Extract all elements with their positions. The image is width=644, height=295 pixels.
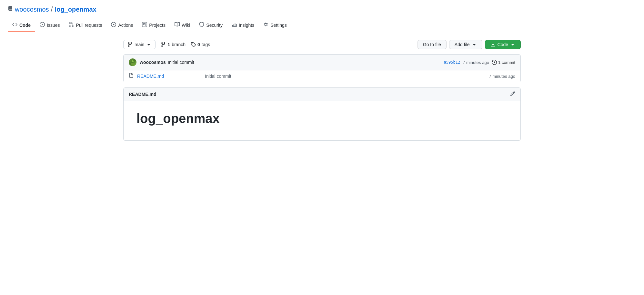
branch-icon [161,42,166,47]
branch-selector-icon [127,42,133,47]
tab-code[interactable]: Code [8,19,35,32]
commit-count-link[interactable]: 1 commit [492,60,515,65]
tab-projects-label: Projects [149,23,166,28]
settings-icon [263,22,268,28]
readme-header: README.md [124,88,520,101]
commit-hash[interactable]: a595b12 [444,60,460,65]
repo-separator: / [51,5,53,14]
tab-issues[interactable]: Issues [35,19,64,32]
tab-security[interactable]: Security [195,19,227,32]
repo-title: woocosmos / log_openmax [8,5,636,14]
commit-message: Initial commit [168,60,194,65]
code-chevron-icon [510,42,515,47]
actions-icon [111,22,116,28]
tab-security-label: Security [206,23,223,28]
security-icon [199,22,204,28]
code-button[interactable]: Code [485,40,521,49]
file-table: woocosmos Initial commit a595b12 7 minut… [123,54,521,82]
file-icon [129,73,134,79]
tab-wiki[interactable]: Wiki [170,19,195,32]
go-to-file-button[interactable]: Go to file [418,40,447,49]
branch-name: main [135,42,144,47]
code-icon [12,22,17,28]
tab-insights-label: Insights [239,23,254,28]
toolbar-right: Go to file Add file Code [418,40,521,49]
add-file-label: Add file [455,42,470,47]
insights-icon [232,22,237,28]
table-row: README.md Initial commit 7 minutes ago [124,70,520,82]
repo-owner-link[interactable]: woocosmos [15,6,49,13]
readme-content: log_openmax [124,101,520,140]
branch-label: branch [172,42,186,47]
download-icon [490,42,496,47]
avatar [129,58,136,66]
commit-row: woocosmos Initial commit a595b12 7 minut… [124,55,520,70]
repo-icon [8,6,13,13]
commit-count-label: commit [502,60,515,65]
toolbar-left: main 1 branch [123,40,210,49]
wiki-icon [175,22,180,28]
chevron-down-icon [146,42,151,47]
tab-pull-requests[interactable]: Pull requests [64,19,106,32]
svg-point-0 [132,60,134,62]
projects-icon [142,22,147,28]
commit-author: woocosmos [140,60,166,65]
tab-wiki-label: Wiki [182,23,190,28]
tag-count: 0 [197,42,200,47]
tab-pr-label: Pull requests [76,23,102,28]
tab-actions-label: Actions [118,23,133,28]
branch-selector[interactable]: main [123,40,156,49]
svg-point-1 [131,63,134,65]
tags-count-link[interactable]: 0 tags [191,42,210,47]
tab-issues-label: Issues [47,23,60,28]
tab-settings-label: Settings [270,23,287,28]
commit-info: woocosmos Initial commit [140,60,441,65]
readme-title: README.md [129,92,156,97]
tag-icon [191,42,196,47]
tab-projects[interactable]: Projects [137,19,170,32]
tab-settings[interactable]: Settings [259,19,291,32]
tag-label: tags [202,42,210,47]
file-name-link[interactable]: README.md [137,74,202,79]
nav-tabs: Code Issues Pull requests [0,19,644,32]
commit-meta: a595b12 7 minutes ago 1 commit [444,60,515,65]
branch-count-link[interactable]: 1 branch [161,42,186,47]
history-icon [492,60,497,65]
main-content: main 1 branch [116,32,528,148]
add-file-button[interactable]: Add file [449,40,482,49]
repo-name-link[interactable]: log_openmax [55,6,96,13]
branch-count: 1 [167,42,170,47]
go-to-file-label: Go to file [423,42,441,47]
tab-code-label: Code [19,23,31,28]
file-time: 7 minutes ago [489,74,515,79]
toolbar-row: main 1 branch [123,40,521,49]
commit-time: 7 minutes ago [463,60,489,65]
issues-icon [40,22,45,28]
pr-icon [69,22,74,28]
add-file-chevron-icon [472,42,477,47]
readme-heading: log_openmax [136,111,508,130]
tab-actions[interactable]: Actions [106,19,137,32]
tab-insights[interactable]: Insights [227,19,259,32]
readme-box: README.md log_openmax [123,87,521,141]
code-label: Code [498,42,508,47]
file-commit-message: Initial commit [205,74,486,79]
commit-count: 1 [498,60,500,65]
edit-icon[interactable] [510,91,515,97]
